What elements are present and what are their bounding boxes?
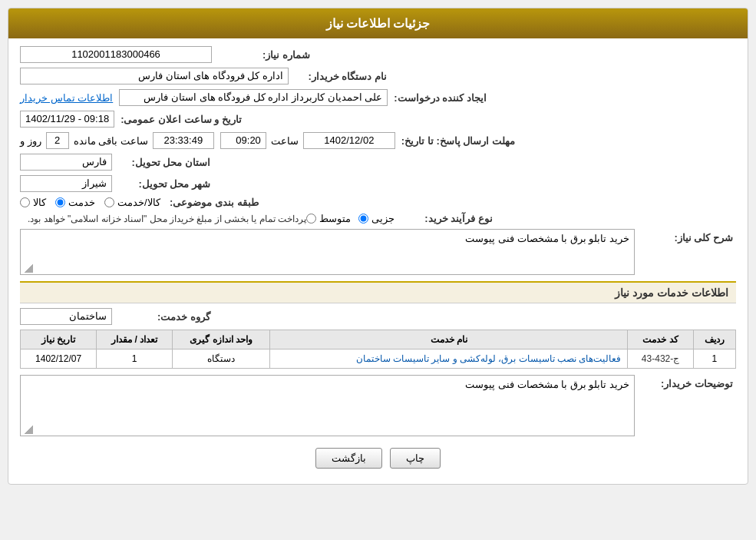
- cell-need-date: 1402/12/07: [21, 350, 97, 369]
- col-unit: واحد اندازه گیری: [173, 330, 270, 350]
- process-motavaset-radio[interactable]: [306, 214, 316, 224]
- services-section-header: اطلاعات خدمات مورد نیاز: [20, 281, 736, 303]
- buyer-notes-value: خرید تابلو برق با مشخصات فنی پیوست: [465, 379, 629, 390]
- cell-unit: دستگاه: [173, 350, 270, 369]
- category-khedmat-label: خدمت: [68, 197, 95, 208]
- col-quantity: تعداد / مقدار: [97, 330, 173, 350]
- remaining-time-group: 23:33:49 ساعت باقی مانده 2 روز و: [20, 132, 214, 149]
- response-time-label: ساعت: [271, 135, 299, 147]
- creator-row: ایجاد کننده درخواست: علی احمدیان کاربردا…: [20, 89, 736, 106]
- remaining-time-value: 23:33:49: [153, 132, 214, 149]
- buyer-org-value: اداره کل فرودگاه های استان فارس: [20, 68, 289, 84]
- category-row: طبقه بندی موضوعی: کالا/خدمت خدمت کالا: [20, 197, 736, 208]
- services-table: ردیف کد خدمت نام خدمت واحد اندازه گیری ت…: [20, 330, 736, 369]
- need-number-row: شماره نیاز: 1102001183000466: [20, 46, 736, 63]
- remaining-time-label: ساعت باقی مانده: [74, 135, 148, 147]
- category-label: طبقه بندی موضوعی:: [167, 197, 259, 208]
- creator-label: ایجاد کننده درخواست:: [394, 92, 487, 104]
- page-header: جزئیات اطلاعات نیاز: [8, 8, 748, 38]
- need-description-box: خرید تابلو برق با مشخصات فنی پیوست: [20, 229, 635, 275]
- services-table-header: ردیف کد خدمت نام خدمت واحد اندازه گیری ت…: [21, 330, 736, 350]
- category-kala[interactable]: کالا: [20, 197, 46, 208]
- process-label: نوع فرآیند خرید:: [401, 213, 493, 224]
- print-button[interactable]: چاپ: [390, 448, 441, 469]
- process-note: پرداخت تمام یا بخشی از مبلغ خریداز محل "…: [28, 214, 306, 224]
- resize-handle[interactable]: [22, 262, 33, 273]
- category-kala-label: کالا: [33, 197, 46, 208]
- process-radio-group: جزیی متوسط: [306, 213, 395, 224]
- need-description-content: خرید تابلو برق با مشخصات فنی پیوست: [20, 229, 635, 275]
- remaining-days-value: 2: [46, 132, 69, 149]
- main-container: جزئیات اطلاعات نیاز شماره نیاز: 11020011…: [8, 8, 748, 485]
- category-kala-radio[interactable]: [20, 197, 30, 207]
- process-motavaset-label: متوسط: [319, 213, 351, 224]
- process-jozi-label: جزیی: [371, 213, 395, 224]
- category-radio-group: کالا/خدمت خدمت کالا: [20, 197, 160, 208]
- service-group-label: گروه خدمت:: [118, 311, 210, 323]
- page-wrapper: جزئیات اطلاعات نیاز شماره نیاز: 11020011…: [0, 0, 756, 540]
- response-deadline-row: مهلت ارسال پاسخ: تا تاریخ: 1402/12/02 سا…: [20, 132, 736, 149]
- category-khedmat-radio[interactable]: [55, 197, 65, 207]
- process-row: نوع فرآیند خرید: جزیی متوسط پرداخت تمام …: [20, 213, 736, 224]
- service-group-row: گروه خدمت: ساختمان: [20, 308, 736, 325]
- creator-contact-link[interactable]: اطلاعات تماس خریدار: [20, 92, 113, 104]
- creator-value: علی احمدیان کاربرداز اداره کل فرودگاه ها…: [119, 89, 388, 106]
- need-number-value: 1102001183000466: [20, 46, 212, 63]
- col-need-date: تاریخ نیاز: [21, 330, 97, 350]
- cell-row-num: 1: [693, 350, 735, 369]
- service-group-value: ساختمان: [20, 308, 112, 325]
- need-description-row: شرح کلی نیاز: خرید تابلو برق با مشخصات ف…: [20, 229, 736, 275]
- buyer-org-label: نام دستگاه خریدار:: [295, 71, 387, 82]
- remaining-days-label: روز و: [20, 135, 41, 147]
- need-number-label: شماره نیاز:: [218, 49, 310, 61]
- cell-service-name: فعالیت‌های نصب تاسیسات برق، لوله‌کشی و س…: [270, 350, 628, 369]
- col-row-num: ردیف: [693, 330, 735, 350]
- announce-date-label: تاریخ و ساعت اعلان عمومی:: [120, 114, 242, 125]
- process-jozi-radio[interactable]: [358, 214, 368, 224]
- category-kala-khedmat[interactable]: کالا/خدمت: [104, 197, 160, 208]
- cell-quantity: 1: [97, 350, 173, 369]
- resize-handle-2[interactable]: [22, 423, 33, 434]
- buyer-org-row: نام دستگاه خریدار: اداره کل فرودگاه های …: [20, 68, 736, 84]
- process-motavaset[interactable]: متوسط: [306, 213, 351, 224]
- cell-service-code: ج-432-43: [628, 350, 693, 369]
- response-deadline-label: مهلت ارسال پاسخ: تا تاریخ:: [401, 135, 515, 147]
- response-time-value: 09:20: [220, 132, 266, 149]
- city-label: شهر محل تحویل:: [118, 178, 210, 190]
- table-row: 1 ج-432-43 فعالیت‌های نصب تاسیسات برق، ل…: [21, 350, 736, 369]
- buyer-notes-box: خرید تابلو برق با مشخصات فنی پیوست: [20, 375, 635, 436]
- buyer-notes-label: توضیحات خریدار:: [641, 375, 733, 389]
- buyer-notes-content: خرید تابلو برق با مشخصات فنی پیوست: [20, 375, 635, 436]
- buttons-row: چاپ بازگشت: [20, 448, 736, 469]
- content-area: شماره نیاز: 1102001183000466 نام دستگاه …: [8, 38, 748, 484]
- province-value: فارس: [20, 154, 112, 171]
- city-row: شهر محل تحویل: شیراز: [20, 175, 736, 192]
- back-button[interactable]: بازگشت: [315, 448, 382, 469]
- buyer-notes-row: توضیحات خریدار: خرید تابلو برق با مشخصات…: [20, 375, 736, 436]
- col-service-code: کد خدمت: [628, 330, 693, 350]
- need-description-value: خرید تابلو برق با مشخصات فنی پیوست: [465, 233, 629, 244]
- province-label: استان محل تحویل:: [118, 157, 210, 168]
- category-kala-khedmat-radio[interactable]: [104, 197, 114, 207]
- announce-date-row: تاریخ و ساعت اعلان عمومی: 1402/11/29 - 0…: [20, 111, 736, 128]
- services-section-label: اطلاعات خدمات مورد نیاز: [615, 287, 728, 299]
- services-table-header-row: ردیف کد خدمت نام خدمت واحد اندازه گیری ت…: [21, 330, 736, 350]
- col-service-name: نام خدمت: [270, 330, 628, 350]
- announce-date-value: 1402/11/29 - 09:18: [20, 111, 114, 128]
- process-jozi[interactable]: جزیی: [358, 213, 395, 224]
- services-table-body: 1 ج-432-43 فعالیت‌های نصب تاسیسات برق، ل…: [21, 350, 736, 369]
- response-date-value: 1402/12/02: [303, 132, 395, 149]
- need-description-label: شرح کلی نیاز:: [641, 229, 733, 243]
- category-khedmat[interactable]: خدمت: [55, 197, 95, 208]
- province-row: استان محل تحویل: فارس: [20, 154, 736, 171]
- city-value: شیراز: [20, 175, 112, 192]
- page-title: جزئیات اطلاعات نیاز: [326, 17, 431, 30]
- category-kala-khedmat-label: کالا/خدمت: [117, 197, 160, 208]
